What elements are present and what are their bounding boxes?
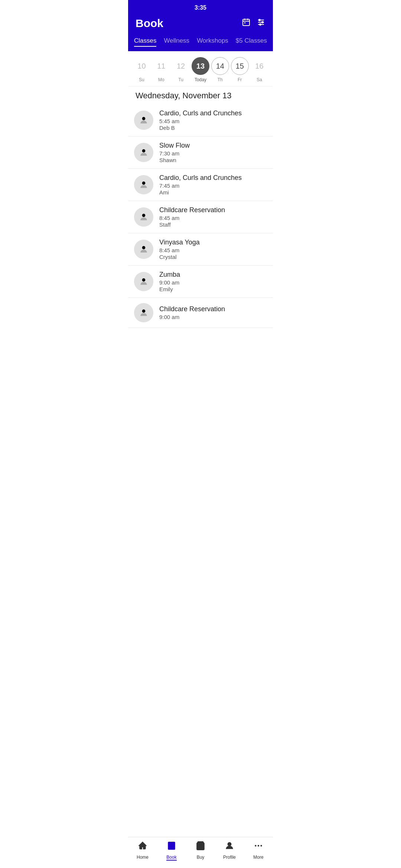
header-icons — [242, 18, 265, 29]
day-label-11: Mo — [158, 77, 164, 82]
avatar-5 — [134, 240, 153, 259]
svg-point-14 — [142, 214, 146, 217]
class-info-4: Childcare Reservation 8:45 am Staff — [159, 206, 267, 228]
svg-rect-0 — [243, 19, 250, 26]
calendar-day-11[interactable]: 11 Mo — [152, 57, 170, 82]
class-time-7: 9:00 am — [159, 314, 267, 320]
class-list: Cardio, Curls and Crunches 5:45 am Deb B… — [128, 104, 273, 328]
class-time-5: 8:45 am — [159, 247, 267, 253]
day-label-14: Th — [218, 77, 223, 82]
svg-point-16 — [142, 278, 146, 282]
day-label-16: Sa — [257, 77, 262, 82]
status-time: 3:35 — [195, 4, 206, 11]
svg-point-9 — [262, 22, 263, 23]
class-item-3[interactable]: Cardio, Curls and Crunches 7:45 am Ami — [128, 169, 273, 201]
class-info-3: Cardio, Curls and Crunches 7:45 am Ami — [159, 174, 267, 195]
class-info-7: Childcare Reservation 9:00 am — [159, 305, 267, 320]
class-name-4: Childcare Reservation — [159, 206, 267, 214]
header-title: Book — [136, 17, 163, 30]
class-item-6[interactable]: Zumba 9:00 am Emily — [128, 266, 273, 298]
day-label-15: Fr — [238, 77, 242, 82]
status-bar: 3:35 — [128, 0, 273, 13]
date-heading: Wednesday, November 13 — [128, 86, 273, 104]
day-number-15: 15 — [231, 57, 249, 75]
class-time-3: 7:45 am — [159, 183, 267, 189]
day-number-13: 13 — [192, 57, 209, 75]
filter-icon[interactable] — [257, 18, 265, 29]
tab-navigation: Classes Wellness Workshops $5 Classes — [128, 36, 273, 51]
class-instructor-1: Deb B — [159, 125, 267, 131]
class-info-6: Zumba 9:00 am Emily — [159, 271, 267, 292]
class-name-7: Childcare Reservation — [159, 305, 267, 313]
tab-fiveclasses[interactable]: $5 Classes — [236, 36, 267, 47]
day-number-14: 14 — [211, 57, 229, 75]
class-instructor-4: Staff — [159, 221, 267, 228]
class-time-6: 9:00 am — [159, 279, 267, 286]
class-name-6: Zumba — [159, 271, 267, 279]
svg-point-10 — [260, 24, 261, 25]
class-time-4: 8:45 am — [159, 215, 267, 221]
class-name-2: Slow Flow — [159, 142, 267, 149]
svg-point-15 — [142, 246, 146, 249]
tab-wellness[interactable]: Wellness — [164, 36, 189, 47]
svg-point-13 — [142, 181, 146, 185]
calendar-day-16[interactable]: 16 Sa — [250, 57, 268, 82]
svg-point-11 — [142, 117, 146, 120]
avatar-3 — [134, 175, 153, 194]
tab-workshops[interactable]: Workshops — [197, 36, 228, 47]
calendar-day-12[interactable]: 12 Tu — [172, 57, 190, 82]
class-time-1: 5:45 am — [159, 118, 267, 124]
calendar-strip: 10 Su 11 Mo 12 Tu 13 Today 14 Th 15 Fr 1… — [128, 51, 273, 86]
class-instructor-2: Shawn — [159, 157, 267, 163]
calendar-day-14[interactable]: 14 Th — [211, 57, 229, 82]
calendar-day-13[interactable]: 13 Today — [192, 57, 209, 82]
avatar-6 — [134, 272, 153, 291]
day-number-10: 10 — [133, 57, 150, 75]
day-label-13: Today — [195, 77, 206, 82]
class-instructor-5: Crystal — [159, 254, 267, 260]
day-number-11: 11 — [152, 57, 170, 75]
day-label-10: Su — [139, 77, 144, 82]
day-number-16: 16 — [250, 57, 268, 75]
class-name-1: Cardio, Curls and Crunches — [159, 109, 267, 117]
avatar-2 — [134, 143, 153, 162]
class-item-7[interactable]: Childcare Reservation 9:00 am — [128, 298, 273, 328]
svg-point-8 — [259, 19, 260, 21]
day-label-12: Tu — [178, 77, 183, 82]
svg-point-12 — [142, 149, 146, 152]
class-item-5[interactable]: Vinyasa Yoga 8:45 am Crystal — [128, 233, 273, 266]
avatar-4 — [134, 207, 153, 227]
class-info-5: Vinyasa Yoga 8:45 am Crystal — [159, 239, 267, 260]
class-info-1: Cardio, Curls and Crunches 5:45 am Deb B — [159, 109, 267, 131]
calendar-icon[interactable] — [242, 18, 251, 29]
class-item-2[interactable]: Slow Flow 7:30 am Shawn — [128, 137, 273, 169]
svg-point-17 — [142, 309, 146, 313]
calendar-day-15[interactable]: 15 Fr — [231, 57, 249, 82]
class-name-5: Vinyasa Yoga — [159, 239, 267, 246]
class-info-2: Slow Flow 7:30 am Shawn — [159, 142, 267, 163]
calendar-day-10[interactable]: 10 Su — [133, 57, 150, 82]
class-instructor-3: Ami — [159, 189, 267, 195]
avatar-7 — [134, 303, 153, 322]
header: Book — [128, 13, 273, 36]
class-name-3: Cardio, Curls and Crunches — [159, 174, 267, 182]
avatar-1 — [134, 111, 153, 130]
class-time-2: 7:30 am — [159, 150, 267, 157]
class-instructor-6: Emily — [159, 286, 267, 292]
svg-rect-4 — [244, 22, 245, 23]
class-item-4[interactable]: Childcare Reservation 8:45 am Staff — [128, 201, 273, 233]
tab-classes[interactable]: Classes — [134, 36, 156, 47]
day-number-12: 12 — [172, 57, 190, 75]
class-item-1[interactable]: Cardio, Curls and Crunches 5:45 am Deb B — [128, 104, 273, 137]
